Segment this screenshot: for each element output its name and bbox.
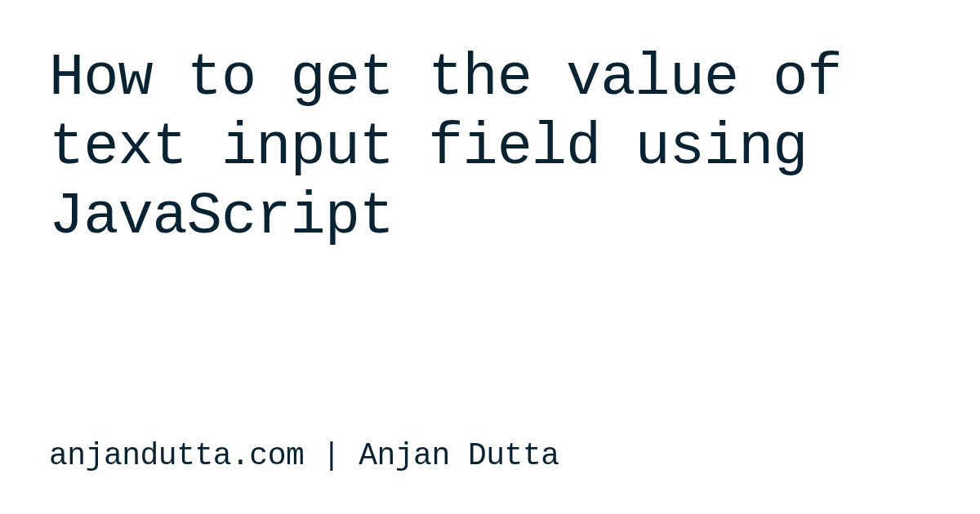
byline: anjandutta.com | Anjan Dutta xyxy=(49,438,931,473)
page-title: How to get the value of text input field… xyxy=(49,44,931,252)
